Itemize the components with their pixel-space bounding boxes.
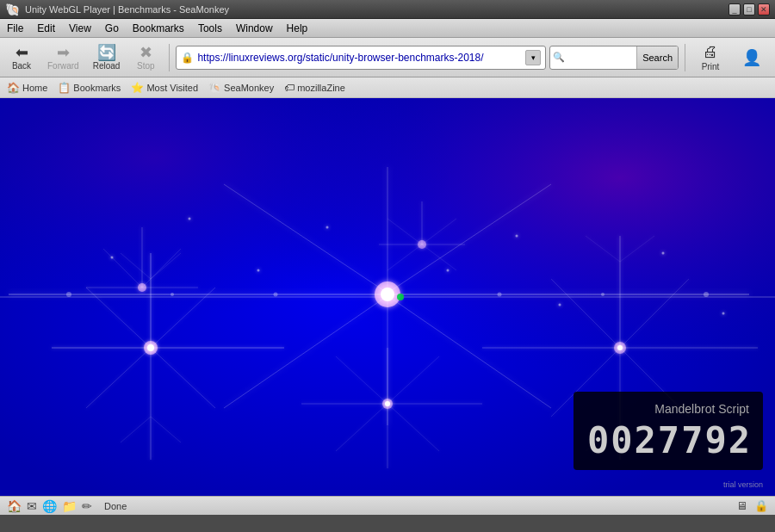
svg-point-70 [601,293,604,296]
seamonkey-icon: 🐚 [208,82,221,94]
content-area[interactable]: Mandelbrot Script 0027792 trial version [0,98,775,496]
address-bar: 🔒 ▾ [176,46,546,70]
lock-icon: 🔒 [181,52,194,64]
svg-point-74 [257,269,260,272]
stop-label: Stop [137,61,155,71]
status-right: 🖥 🔒 [736,499,768,512]
browser-icon: 🐚 [5,3,20,16]
address-dropdown-button[interactable]: ▾ [525,50,541,65]
toolbar-separator-1 [169,44,170,71]
bookmark-home-label: Home [22,83,47,93]
svg-point-79 [662,252,665,255]
svg-point-73 [189,218,191,220]
back-label: Back [12,61,31,71]
profile-button[interactable]: 👤 [733,40,771,75]
svg-point-71 [704,292,709,297]
overlay-title: Mandelbrot Script [587,402,749,416]
svg-point-69 [498,293,502,297]
bookmark-home[interactable]: 🏠 Home [7,82,47,94]
bookmark-seamonkey[interactable]: 🐚 SeaMonkey [208,82,274,94]
profile-icon: 👤 [742,48,761,67]
overlay-counter: 0027792 [587,419,749,461]
reload-icon: 🔄 [97,45,116,60]
svg-point-78 [559,304,561,306]
titlebar-controls: _ □ ✕ [728,3,770,15]
svg-point-68 [274,293,278,297]
menu-edit[interactable]: Edit [30,21,62,36]
search-input[interactable] [567,50,636,65]
svg-point-80 [722,312,725,315]
svg-point-14 [397,294,404,300]
titlebar: 🐚 Unity WebGL Player | Benchmarks - SeaM… [0,0,775,19]
menu-file[interactable]: File [0,21,30,36]
status-text: Done [104,501,728,511]
status-bookmark-icon[interactable]: 📁 [62,499,77,513]
reload-button[interactable]: 🔄 Reload [88,40,126,75]
print-button[interactable]: 🖨 Print [691,40,729,75]
status-mail-icon[interactable]: ✉ [27,499,37,513]
menu-help[interactable]: Help [280,21,315,36]
svg-point-72 [111,257,114,259]
search-label: Search [642,53,673,63]
forward-button[interactable]: ➡ Forward [42,40,84,75]
address-input[interactable] [197,52,522,64]
svg-point-76 [447,269,450,272]
toolbar: ⬅ Back ➡ Forward 🔄 Reload ✖ Stop 🔒 ▾ 🔍 S… [0,38,775,77]
status-home-icon[interactable]: 🏠 [7,499,22,513]
most-visited-icon: ⭐ [131,82,144,94]
bookmarks-bar: 🏠 Home 📋 Bookmarks ⭐ Most Visited 🐚 SeaM… [0,77,775,98]
svg-point-67 [170,293,174,296]
search-icon: 🔍 [550,52,567,63]
close-button[interactable]: ✕ [758,3,770,15]
titlebar-title: Unity WebGL Player | Benchmarks - SeaMon… [25,4,229,15]
status-screen-icon: 🖥 [736,499,747,512]
menu-window[interactable]: Window [229,21,280,36]
back-icon: ⬅ [16,45,28,60]
bookmark-most-visited-label: Most Visited [146,83,198,93]
home-icon: 🏠 [7,82,20,94]
menubar: File Edit View Go Bookmarks Tools Window… [0,19,775,38]
toolbar-separator-2 [685,44,685,71]
status-lock-icon: 🔒 [754,499,768,512]
menu-go[interactable]: Go [98,21,126,36]
reload-label: Reload [93,61,121,71]
bookmark-bookmarks[interactable]: 📋 Bookmarks [58,82,121,94]
bookmark-mozillazine-label: mozillaZine [297,83,345,93]
bookmark-most-visited[interactable]: ⭐ Most Visited [131,82,198,94]
bookmark-bookmarks-label: Bookmarks [73,83,121,93]
status-web-icon[interactable]: 🌐 [42,499,57,513]
bookmarks-icon: 📋 [58,82,71,94]
status-compose-icon[interactable]: ✏ [82,499,92,513]
titlebar-left: 🐚 Unity WebGL Player | Benchmarks - SeaM… [5,3,229,16]
menu-bookmarks[interactable]: Bookmarks [126,21,191,36]
svg-point-66 [66,292,71,297]
print-icon: 🖨 [703,43,718,61]
forward-icon: ➡ [57,45,70,60]
stop-button[interactable]: ✖ Stop [128,40,163,75]
minimize-button[interactable]: _ [728,3,741,15]
overlay-box: Mandelbrot Script 0027792 [574,392,763,470]
search-box: 🔍 Search [549,46,679,70]
svg-point-77 [516,235,518,238]
forward-label: Forward [47,61,79,71]
menu-view[interactable]: View [62,21,98,36]
stop-icon: ✖ [140,45,152,60]
print-label: Print [702,62,720,71]
svg-point-75 [326,226,329,229]
maximize-button[interactable]: □ [743,3,755,15]
menu-tools[interactable]: Tools [191,21,229,36]
bookmark-mozillazine[interactable]: 🏷 mozillaZine [284,82,345,94]
bookmark-seamonkey-label: SeaMonkey [224,83,274,93]
mozillazine-icon: 🏷 [284,82,294,94]
statusbar: 🏠 ✉ 🌐 📁 ✏ Done 🖥 🔒 [0,496,775,515]
back-button[interactable]: ⬅ Back [4,40,39,75]
trial-version-label: trial version [723,480,763,489]
search-button[interactable]: Search [636,46,678,69]
status-icons: 🏠 ✉ 🌐 📁 ✏ [7,499,92,513]
